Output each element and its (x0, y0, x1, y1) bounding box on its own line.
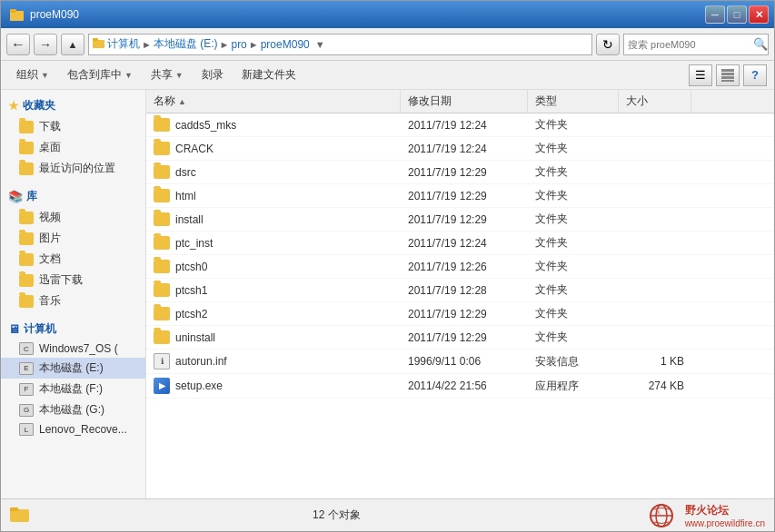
folder-icon (19, 142, 34, 154)
folder-icon (19, 232, 34, 245)
folder-icon (154, 212, 170, 226)
drive-icon: L (19, 423, 34, 436)
sidebar-item-recent[interactable]: 最近访问的位置 (1, 158, 145, 179)
file-name: install (146, 210, 401, 229)
organize-button[interactable]: 组织 ▼ (8, 64, 57, 87)
refresh-button[interactable]: ↻ (596, 34, 620, 55)
file-size (619, 146, 691, 152)
file-type: 文件夹 (528, 232, 619, 253)
table-row[interactable]: ptcsh2 2011/7/19 12:29 文件夹 (146, 302, 774, 326)
table-row[interactable]: ℹ autorun.inf 1996/9/11 0:06 安装信息 1 KB (146, 350, 774, 374)
svg-rect-3 (93, 38, 98, 41)
help-button[interactable]: ? (743, 64, 767, 86)
folder-icon (154, 165, 170, 179)
folder-icon (154, 260, 170, 273)
sidebar-item-pictures[interactable]: 图片 (1, 228, 145, 249)
table-row[interactable]: ptcsh1 2011/7/19 12:28 文件夹 (146, 279, 774, 302)
path-segment-computer[interactable]: 计算机 (107, 36, 140, 52)
sidebar-item-music[interactable]: 音乐 (1, 291, 145, 311)
maximize-button[interactable]: □ (727, 5, 747, 24)
file-name: ptcsh0 (146, 257, 401, 276)
col-header-type[interactable]: 类型 (528, 90, 619, 113)
sidebar-item-lenovo[interactable]: L Lenovo_Recove... (1, 420, 145, 438)
file-date: 1996/9/11 0:06 (401, 352, 528, 370)
sidebar-item-desktop[interactable]: 桌面 (1, 137, 145, 158)
sidebar-item-label: Lenovo_Recove... (39, 423, 127, 436)
forward-button[interactable]: → (34, 34, 57, 55)
file-date: 2011/7/19 12:26 (401, 258, 528, 276)
folder-icon (154, 283, 170, 297)
path-segment-disk-e[interactable]: 本地磁盘 (E:) (154, 36, 218, 52)
back-button[interactable]: ← (6, 34, 30, 55)
include-library-button[interactable]: 包含到库中 ▼ (59, 64, 141, 87)
file-size (619, 217, 691, 222)
sidebar-item-disk-e[interactable]: E 本地磁盘 (E:) (1, 358, 145, 379)
svg-rect-6 (721, 76, 734, 79)
table-row[interactable]: ptc_inst 2011/7/19 12:24 文件夹 (146, 232, 774, 255)
close-button[interactable]: ✕ (749, 5, 769, 24)
sidebar-item-win7[interactable]: C Windows7_OS ( (1, 340, 145, 358)
table-row[interactable]: ptcsh0 2011/7/19 12:26 文件夹 (146, 255, 774, 279)
sidebar-item-label: 本地磁盘 (E:) (39, 360, 104, 376)
col-header-date[interactable]: 修改日期 (401, 90, 528, 113)
path-segment-proem090[interactable]: proeM090 (261, 38, 310, 51)
folder-icon (154, 189, 170, 202)
computer-icon: 🖥 (8, 322, 20, 336)
table-row[interactable]: uninstall 2011/7/19 12:29 文件夹 (146, 326, 774, 350)
folder-icon (19, 121, 34, 133)
col-header-name[interactable]: 名称 ▲ (146, 90, 401, 113)
sidebar-item-label: 最近访问的位置 (39, 161, 115, 176)
svg-text:火: 火 (656, 509, 661, 515)
file-size (619, 311, 691, 317)
file-date: 2011/7/19 12:29 (401, 305, 528, 323)
sidebar-item-disk-f[interactable]: F 本地磁盘 (F:) (1, 379, 145, 399)
table-row[interactable]: ▶ setup.exe 2011/4/22 21:56 应用程序 274 KB (146, 374, 774, 399)
new-folder-button[interactable]: 新建文件夹 (233, 64, 304, 87)
drive-icon: G (19, 404, 34, 417)
sidebar-item-label: 本地磁盘 (G:) (39, 402, 104, 418)
file-name: cadds5_mks (146, 115, 401, 134)
sidebar-item-disk-g[interactable]: G 本地磁盘 (G:) (1, 399, 145, 420)
table-row[interactable]: html 2011/7/19 12:29 文件夹 (146, 184, 774, 208)
file-size (619, 193, 691, 199)
search-icon[interactable]: 🔍 (753, 35, 768, 54)
watermark-url: www.proewildfire.cn (685, 518, 765, 528)
inf-icon: ℹ (154, 353, 170, 369)
library-label: 库 (26, 189, 37, 204)
table-row[interactable]: cadds5_mks 2011/7/19 12:24 文件夹 (146, 113, 774, 137)
col-header-size[interactable]: 大小 (619, 90, 691, 113)
sidebar-item-download[interactable]: 下载 (1, 116, 145, 137)
file-list-header: 名称 ▲ 修改日期 类型 大小 (146, 90, 774, 113)
svg-rect-8 (10, 509, 29, 522)
sidebar-item-documents[interactable]: 文档 (1, 249, 145, 270)
file-type: 文件夹 (528, 162, 619, 182)
sidebar-item-video[interactable]: 视频 (1, 207, 145, 228)
search-input[interactable] (628, 39, 753, 50)
file-size: 1 KB (619, 352, 691, 370)
minimize-button[interactable]: ─ (705, 5, 725, 24)
share-button[interactable]: 共享 ▼ (143, 64, 192, 87)
up-button[interactable]: ▲ (61, 34, 84, 55)
file-date: 2011/7/19 12:24 (401, 140, 528, 158)
file-name: dsrc (146, 163, 401, 182)
file-name: CRACK (146, 139, 401, 158)
details-view-button[interactable] (716, 64, 740, 86)
file-size: 274 KB (619, 377, 691, 395)
table-row[interactable]: dsrc 2011/7/19 12:29 文件夹 (146, 161, 774, 184)
file-type: 文件夹 (528, 114, 619, 135)
sidebar-computer-header[interactable]: 🖥 计算机 (1, 319, 145, 340)
file-name: ℹ autorun.inf (146, 350, 401, 372)
table-row[interactable]: install 2011/7/19 12:29 文件夹 (146, 208, 774, 232)
burn-button[interactable]: 刻录 (194, 64, 232, 87)
path-icon (93, 37, 105, 51)
file-size (619, 241, 691, 246)
sidebar-item-label: 音乐 (39, 293, 61, 309)
table-row[interactable]: CRACK 2011/7/19 12:24 文件夹 (146, 137, 774, 161)
view-options-button[interactable]: ☰ (689, 64, 712, 86)
path-segment-pro[interactable]: pro (231, 38, 246, 51)
window-title: proeM090 (30, 8, 79, 21)
sidebar-favorites-header[interactable]: ★ 收藏夹 (1, 95, 145, 116)
file-size (619, 288, 691, 293)
sidebar-item-thunder[interactable]: 迅雷下载 (1, 270, 145, 291)
sidebar-library-header[interactable]: 📚 库 (1, 186, 145, 207)
